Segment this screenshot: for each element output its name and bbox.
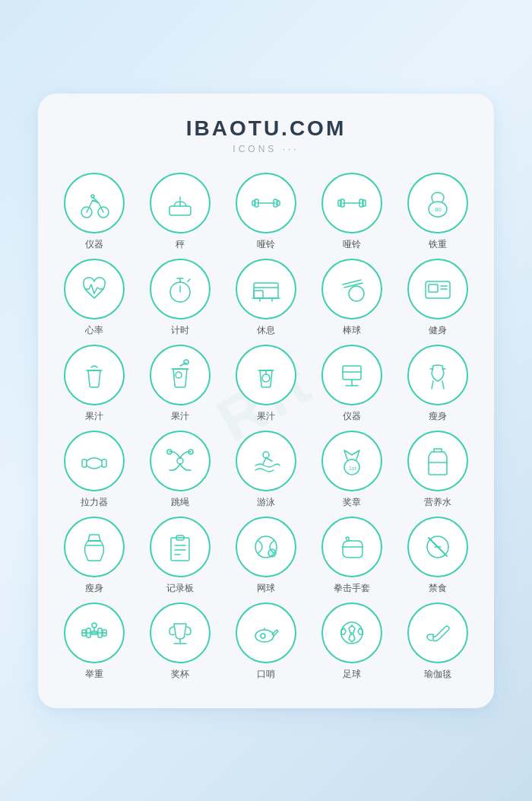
icon-circle-guozhi1[interactable] bbox=[64, 345, 125, 405]
icon-item-yujiam: 瑜伽毯 bbox=[397, 602, 479, 681]
icon-label-guozhi3: 果汁 bbox=[257, 410, 275, 423]
icon-circle-tiezhong[interactable]: 80 bbox=[407, 173, 468, 234]
svg-rect-3 bbox=[169, 206, 191, 215]
svg-point-66 bbox=[92, 623, 97, 628]
icon-item-yingshuishi: 营养水 bbox=[397, 431, 479, 509]
svg-point-71 bbox=[261, 634, 265, 638]
icon-label-jilub: 记录板 bbox=[166, 582, 194, 595]
icon-label-yiqi2: 仪器 bbox=[343, 410, 361, 423]
icon-circle-xinlv[interactable] bbox=[64, 259, 125, 319]
icon-label-quanjishoutao: 拳击手套 bbox=[334, 582, 370, 595]
icon-circle-ling2[interactable] bbox=[321, 173, 382, 234]
icon-circle-tiaosheng[interactable] bbox=[150, 431, 211, 491]
icon-item-bangqiu: 棒球 bbox=[312, 259, 393, 337]
svg-rect-20 bbox=[254, 291, 263, 298]
icon-item-jiangbei: 奖杯 bbox=[139, 602, 220, 681]
icon-circle-zuqiu[interactable] bbox=[321, 602, 382, 663]
icon-label-ling1: 哑铃 bbox=[257, 238, 275, 251]
svg-rect-13 bbox=[338, 200, 341, 206]
icon-label-bangqiu: 棒球 bbox=[343, 324, 361, 337]
icon-circle-jianshen[interactable] bbox=[407, 259, 468, 319]
icon-item-laliqi: 拉力器 bbox=[53, 431, 135, 509]
icon-label-shoushen2: 瘦身 bbox=[85, 582, 103, 595]
svg-rect-19 bbox=[254, 288, 278, 298]
icon-label-youyong: 游泳 bbox=[257, 496, 275, 509]
icon-label-jinshi: 禁食 bbox=[429, 582, 447, 595]
icon-circle-guozhi2[interactable] bbox=[150, 345, 211, 405]
icon-label-yiqi: 仪器 bbox=[85, 238, 103, 251]
icon-circle-jilub[interactable] bbox=[150, 517, 211, 577]
icon-circle-juzhong[interactable] bbox=[64, 602, 125, 663]
icon-circle-youyong[interactable] bbox=[236, 431, 296, 491]
card-title: IBAOTU.COM bbox=[53, 116, 479, 141]
icon-label-jiangbei: 奖杯 bbox=[171, 668, 189, 681]
icon-label-yingshuishi: 营养水 bbox=[424, 496, 451, 509]
svg-rect-8 bbox=[252, 201, 255, 205]
svg-point-30 bbox=[176, 372, 182, 378]
icon-label-guozhi1: 果汁 bbox=[85, 410, 103, 423]
icon-label-wangqiu: 网球 bbox=[257, 582, 275, 595]
icon-item-jilub: 记录板 bbox=[139, 517, 220, 595]
svg-point-33 bbox=[262, 374, 270, 382]
icon-item-jianshen: 健身 bbox=[397, 259, 479, 337]
icon-item-tiezhong: 80铁重 bbox=[397, 173, 479, 251]
icon-label-kousha: 口哨 bbox=[257, 668, 275, 681]
icon-circle-wangqiu[interactable] bbox=[236, 517, 296, 577]
icon-label-yujiam: 瑜伽毯 bbox=[424, 668, 451, 681]
icon-item-cheng: 秤 bbox=[139, 173, 220, 251]
icon-circle-guozhi3[interactable] bbox=[236, 345, 296, 405]
icon-circle-xiuxi[interactable] bbox=[236, 259, 296, 319]
icon-item-guozhi3: 果汁 bbox=[225, 345, 306, 423]
icon-item-ling2: 哑铃 bbox=[312, 173, 393, 251]
svg-rect-27 bbox=[429, 284, 438, 292]
main-card: Rit IBAOTU.COM ICONS ··· 仪器秤哑铃哑铃80铁重心率计时… bbox=[38, 94, 494, 708]
svg-point-57 bbox=[268, 549, 276, 557]
icon-circle-yiqi[interactable] bbox=[64, 173, 125, 234]
icon-circle-jishi[interactable] bbox=[150, 259, 211, 319]
icon-circle-yingshuishi[interactable] bbox=[407, 431, 468, 491]
icon-item-wangqiu: 网球 bbox=[225, 517, 306, 595]
icon-label-zuqiu: 足球 bbox=[343, 668, 361, 681]
icon-label-xinlv: 心率 bbox=[85, 324, 103, 337]
icon-item-guozhi1: 果汁 bbox=[53, 345, 135, 423]
svg-rect-34 bbox=[343, 366, 361, 380]
icon-circle-shoushen[interactable] bbox=[407, 345, 468, 405]
icon-item-xiuxi: 休息 bbox=[225, 259, 306, 337]
svg-text:1st: 1st bbox=[349, 466, 356, 471]
svg-line-18 bbox=[188, 279, 190, 281]
icon-circle-jiangbei[interactable] bbox=[150, 602, 211, 663]
icon-label-jishi: 计时 bbox=[171, 324, 189, 337]
icon-circle-cheng[interactable] bbox=[150, 173, 211, 234]
svg-rect-9 bbox=[277, 201, 280, 205]
icon-circle-kousha[interactable] bbox=[236, 602, 296, 663]
icon-circle-ling1[interactable] bbox=[236, 173, 296, 234]
icon-item-shoushen2: 瘦身 bbox=[53, 517, 135, 595]
icon-item-youyong: 游泳 bbox=[225, 431, 306, 509]
icon-label-jiangzhang: 奖章 bbox=[343, 496, 361, 509]
icon-item-yiqi2: 仪器 bbox=[312, 345, 393, 423]
icon-circle-yiqi2[interactable] bbox=[321, 345, 382, 405]
icon-circle-jinshi[interactable] bbox=[407, 517, 468, 577]
card-subtitle: ICONS ··· bbox=[53, 144, 479, 154]
icon-circle-laliqi[interactable] bbox=[64, 431, 125, 491]
icon-circle-yujiam[interactable] bbox=[407, 602, 468, 663]
icon-label-xiuxi: 休息 bbox=[257, 324, 275, 337]
icon-item-guozhi2: 果汁 bbox=[139, 345, 220, 423]
svg-rect-51 bbox=[171, 538, 189, 561]
icon-circle-shoushen2[interactable] bbox=[64, 517, 125, 577]
icon-label-ling2: 哑铃 bbox=[343, 238, 361, 251]
svg-point-23 bbox=[349, 286, 364, 301]
icon-label-tiaosheng: 跳绳 bbox=[171, 496, 189, 509]
icon-circle-quanjishoutao[interactable] bbox=[321, 517, 382, 577]
icon-item-ling1: 哑铃 bbox=[225, 173, 306, 251]
svg-text:80: 80 bbox=[435, 206, 442, 213]
svg-rect-14 bbox=[363, 200, 366, 206]
icon-item-jiangzhang: 1st奖章 bbox=[312, 431, 393, 509]
icon-circle-bangqiu[interactable] bbox=[321, 259, 382, 319]
icon-item-juzhong: 举重 bbox=[53, 602, 135, 681]
icon-item-quanjishoutao: 拳击手套 bbox=[312, 517, 393, 595]
svg-point-32 bbox=[184, 360, 188, 364]
svg-point-70 bbox=[255, 630, 274, 642]
icon-label-guozhi2: 果汁 bbox=[171, 410, 189, 423]
icon-circle-jiangzhang[interactable]: 1st bbox=[321, 431, 382, 491]
